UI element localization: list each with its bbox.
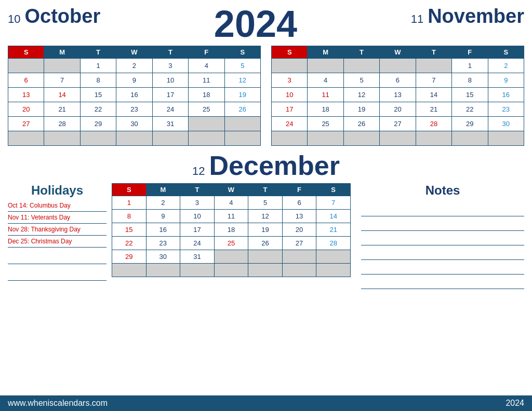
oct-cell: 27 xyxy=(8,117,44,131)
nov-cell xyxy=(452,131,488,146)
main-container: 10 October 2024 11 November S M T W T xyxy=(0,0,532,411)
year-section: 2024 xyxy=(204,5,308,43)
nov-cell: 22 xyxy=(452,102,488,117)
december-name: December xyxy=(209,150,340,181)
october-table: S M T W T F S 1 2 3 xyxy=(8,46,261,146)
dec-cell: 20 xyxy=(282,223,316,237)
dec-header-sat: S xyxy=(316,184,351,196)
dec-cell: 27 xyxy=(282,237,316,250)
table-row: 3 4 5 6 7 8 9 xyxy=(272,73,524,88)
december-table: S M T W T F S 1 2 3 4 5 xyxy=(112,183,351,277)
oct-cell: 17 xyxy=(152,88,188,102)
dec-cell: 21 xyxy=(316,223,351,237)
october-calendar: S M T W T F S 1 2 3 xyxy=(8,46,261,146)
table-row xyxy=(112,264,351,277)
dec-cell: 10 xyxy=(180,210,215,223)
table-row: 13 14 15 16 17 18 19 xyxy=(8,88,261,102)
oct-cell xyxy=(224,117,260,131)
nov-cell: 20 xyxy=(380,102,416,117)
oct-cell: 6 xyxy=(8,73,44,88)
table-row: 10 11 12 13 14 15 16 xyxy=(272,88,524,102)
dec-header-fri: F xyxy=(282,184,316,196)
october-name: October xyxy=(24,5,100,28)
nov-cell xyxy=(343,131,379,146)
nov-cell: 30 xyxy=(488,117,524,131)
dec-cell xyxy=(180,264,215,277)
oct-header-wed: W xyxy=(116,46,152,59)
dec-cell: 30 xyxy=(146,250,180,264)
nov-cell: 7 xyxy=(416,73,451,88)
dec-cell xyxy=(248,264,283,277)
oct-cell: 26 xyxy=(224,102,260,117)
top-calendars: S M T W T F S 1 2 3 xyxy=(8,46,524,146)
dec-cell: 8 xyxy=(112,210,147,223)
top-header-row: 10 October 2024 11 November xyxy=(8,5,524,43)
oct-header-sun: S xyxy=(8,46,44,59)
dec-cell: 7 xyxy=(316,196,351,210)
dec-cell: 12 xyxy=(248,210,283,223)
nov-cell: 1 xyxy=(452,59,488,73)
dec-cell: 28 xyxy=(316,237,351,250)
october-number: 10 xyxy=(8,12,20,26)
nov-header-wed: W xyxy=(380,46,416,59)
nov-cell: 17 xyxy=(272,102,308,117)
oct-cell xyxy=(189,117,224,131)
oct-cell: 28 xyxy=(44,117,80,131)
oct-cell: 12 xyxy=(224,73,260,88)
nov-cell: 8 xyxy=(452,73,488,88)
holiday-item-2: Nov 11: Veterants Day xyxy=(8,214,107,221)
dec-cell xyxy=(282,264,316,277)
nov-cell: 13 xyxy=(380,88,416,102)
nov-header-thu: T xyxy=(416,46,451,59)
october-header: 10 October xyxy=(8,5,100,28)
nov-cell: 27 xyxy=(380,117,416,131)
nov-cell: 4 xyxy=(308,73,343,88)
november-table: S M T W T F S xyxy=(271,46,524,146)
oct-header-mon: M xyxy=(44,46,80,59)
nov-header-fri: F xyxy=(452,46,488,59)
oct-cell: 24 xyxy=(152,102,188,117)
dec-cell xyxy=(146,264,180,277)
oct-cell: 2 xyxy=(116,59,152,73)
dec-header-tue: T xyxy=(180,184,215,196)
nov-header-mon: M xyxy=(308,46,343,59)
november-header: 11 November xyxy=(411,5,524,28)
dec-cell: 29 xyxy=(112,250,147,264)
nov-header-sun: S xyxy=(272,46,308,59)
table-row: 17 18 19 20 21 22 23 xyxy=(272,102,524,117)
dec-cell: 19 xyxy=(248,223,283,237)
nov-cell xyxy=(416,131,451,146)
dec-cell: 15 xyxy=(112,223,147,237)
oct-cell: 1 xyxy=(80,59,116,73)
holiday-item-4: Dec 25: Christmas Day xyxy=(8,238,107,245)
note-line-5 xyxy=(361,260,524,275)
dec-cell: 9 xyxy=(146,210,180,223)
nov-cell xyxy=(380,131,416,146)
oct-cell: 8 xyxy=(80,73,116,88)
bottom-section: Holidays Oct 14: Columbus Day Nov 11: Ve… xyxy=(8,183,524,391)
dec-cell: 25 xyxy=(214,237,248,250)
oct-header-tue: T xyxy=(80,46,116,59)
table-row xyxy=(8,131,261,146)
november-number: 11 xyxy=(411,12,423,26)
dec-cell: 31 xyxy=(180,250,215,264)
oct-cell xyxy=(44,131,80,146)
nov-cell: 12 xyxy=(343,88,379,102)
dec-cell xyxy=(112,264,147,277)
table-row: 24 25 26 27 28 29 30 xyxy=(272,117,524,131)
oct-cell: 31 xyxy=(152,117,188,131)
nov-cell xyxy=(308,131,343,146)
nov-cell xyxy=(380,59,416,73)
december-number: 12 xyxy=(192,165,205,178)
table-row: 27 28 29 30 31 xyxy=(8,117,261,131)
nov-cell xyxy=(416,59,451,73)
oct-header-sat: S xyxy=(224,46,260,59)
table-row: 1 2 xyxy=(272,59,524,73)
oct-cell: 14 xyxy=(44,88,80,102)
footer: www.wheniscalendars.com 2024 xyxy=(0,395,532,411)
oct-cell: 9 xyxy=(116,73,152,88)
oct-cell: 19 xyxy=(224,88,260,102)
nov-cell xyxy=(488,131,524,146)
nov-cell: 3 xyxy=(272,73,308,88)
dec-header-wed: W xyxy=(214,184,248,196)
